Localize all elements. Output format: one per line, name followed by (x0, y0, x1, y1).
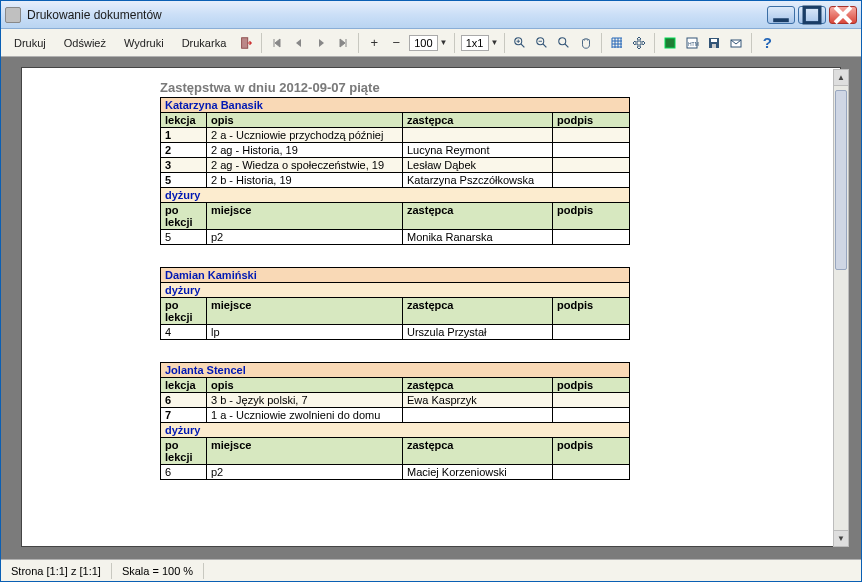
zoom-in-tool[interactable] (511, 34, 529, 52)
move-arrows-icon (632, 36, 646, 50)
export-html-button[interactable]: HTM (683, 34, 701, 52)
svg-rect-18 (711, 39, 717, 42)
separator (358, 33, 359, 53)
col-opis: opis (207, 378, 403, 393)
zoom-value: 100 (409, 35, 437, 51)
magnify-plus-icon (513, 36, 527, 50)
lesson-row: 63 b - Język polski, 7Ewa Kasprzyk (161, 393, 630, 408)
col-zastepca: zastępca (403, 113, 553, 128)
maximize-button[interactable] (798, 6, 826, 24)
col-podpis: podpis (553, 298, 630, 325)
col-zastepca: zastępca (403, 378, 553, 393)
paper: Zastępstwa w dniu 2012-09-07 piąteKatarz… (21, 67, 841, 547)
svg-line-10 (543, 43, 547, 47)
lesson-row: 32 ag - Wiedza o społeczeństwie, 19Lesła… (161, 158, 630, 173)
teacher-block: Damian Kamińskidyżurypo lekcjimiejscezas… (160, 267, 630, 340)
maximize-icon (799, 2, 825, 28)
col-po-lekcji: po lekcji (161, 298, 207, 325)
minus-icon: − (392, 35, 400, 50)
dropdown-icon: ▼ (440, 38, 448, 47)
door-exit-icon (239, 36, 253, 50)
grid-value: 1x1 (461, 35, 489, 51)
mail-button[interactable] (727, 34, 745, 52)
teacher-block: Katarzyna Banasiklekcjaopiszastępcapodpi… (160, 97, 630, 245)
grid-combo[interactable]: 1x1 ▼ (461, 35, 499, 51)
zoom-combo[interactable]: 100 ▼ (409, 35, 447, 51)
col-opis: opis (207, 113, 403, 128)
hand-icon (579, 36, 593, 50)
close-icon (830, 2, 856, 28)
print-button[interactable]: Drukuj (7, 33, 53, 53)
close-button[interactable] (829, 6, 857, 24)
excel-icon (663, 36, 677, 50)
minimize-icon (768, 2, 794, 28)
minimize-button[interactable] (767, 6, 795, 24)
zoom-tool[interactable] (555, 34, 573, 52)
export-excel-button[interactable] (661, 34, 679, 52)
status-page: Strona [1:1] z [1:1] (1, 563, 112, 579)
floppy-icon (707, 36, 721, 50)
move-tool[interactable] (630, 34, 648, 52)
first-page-icon (270, 36, 284, 50)
zoom-out-tool[interactable] (533, 34, 551, 52)
duty-row: 5p2Monika Ranarska (161, 230, 630, 245)
html-icon: HTM (685, 36, 699, 50)
col-podpis: podpis (553, 438, 630, 465)
zoom-out-button[interactable]: − (387, 34, 405, 52)
help-button[interactable]: ? (758, 34, 776, 52)
print-preview-window: Drukowanie dokumentów Drukuj Odśwież Wyd… (0, 0, 862, 582)
exit-button[interactable] (237, 34, 255, 52)
next-page-button[interactable] (312, 34, 330, 52)
refresh-button[interactable]: Odśwież (57, 33, 113, 53)
col-miejsce: miejsce (207, 438, 403, 465)
col-miejsce: miejsce (207, 203, 403, 230)
window-title: Drukowanie dokumentów (27, 8, 767, 22)
window-buttons (767, 6, 857, 24)
vertical-scrollbar[interactable]: ▲ ▼ (833, 69, 849, 547)
teacher-name: Jolanta Stencel (161, 363, 630, 378)
first-page-button[interactable] (268, 34, 286, 52)
col-lekcja: lekcja (161, 113, 207, 128)
col-lekcja: lekcja (161, 378, 207, 393)
prints-button[interactable]: Wydruki (117, 33, 171, 53)
hand-tool[interactable] (577, 34, 595, 52)
save-button[interactable] (705, 34, 723, 52)
col-podpis: podpis (553, 378, 630, 393)
col-po-lekcji: po lekcji (161, 438, 207, 465)
app-icon (5, 7, 21, 23)
col-zastepca: zastępca (403, 298, 553, 325)
status-bar: Strona [1:1] z [1:1] Skala = 100 % (1, 559, 861, 581)
col-zastepca: zastępca (403, 438, 553, 465)
toolbar: Drukuj Odśwież Wydruki Drukarka + − 100 … (1, 29, 861, 57)
prev-page-icon (292, 36, 306, 50)
teacher-block: Jolanta Stencellekcjaopiszastępcapodpis6… (160, 362, 630, 480)
duty-row: 6p2Maciej Korzeniowski (161, 465, 630, 480)
dyzury-header: dyżury (161, 283, 630, 298)
scroll-thumb[interactable] (835, 90, 847, 270)
preview-area[interactable]: Zastępstwa w dniu 2012-09-07 piąteKatarz… (1, 57, 861, 559)
next-page-icon (314, 36, 328, 50)
teacher-name: Damian Kamiński (161, 268, 630, 283)
col-podpis: podpis (553, 113, 630, 128)
svg-rect-14 (665, 38, 675, 48)
separator (751, 33, 752, 53)
plus-icon: + (370, 35, 378, 50)
help-icon: ? (763, 34, 772, 51)
last-page-icon (336, 36, 350, 50)
svg-line-6 (521, 43, 525, 47)
grid-tool[interactable] (608, 34, 626, 52)
dropdown-icon: ▼ (491, 38, 499, 47)
titlebar: Drukowanie dokumentów (1, 1, 861, 29)
last-page-button[interactable] (334, 34, 352, 52)
lesson-row: 22 ag - Historia, 19Lucyna Reymont (161, 143, 630, 158)
prev-page-button[interactable] (290, 34, 308, 52)
scroll-up-arrow[interactable]: ▲ (834, 70, 848, 86)
zoom-in-button[interactable]: + (365, 34, 383, 52)
separator (504, 33, 505, 53)
doc-title: Zastępstwa w dniu 2012-09-07 piąte (160, 80, 630, 95)
status-scale: Skala = 100 % (112, 563, 204, 579)
scroll-down-arrow[interactable]: ▼ (834, 530, 848, 546)
printer-button[interactable]: Drukarka (175, 33, 234, 53)
mail-icon (729, 36, 743, 50)
magnify-minus-icon (535, 36, 549, 50)
